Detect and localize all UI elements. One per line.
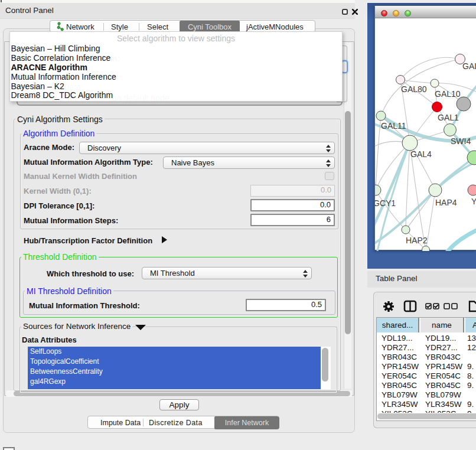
svg-text:GAL4: GAL4 (410, 149, 432, 159)
svg-text:GAL11: GAL11 (381, 121, 406, 131)
svg-text:HAP4: HAP4 (435, 198, 457, 207)
svg-text:HAP2: HAP2 (406, 236, 428, 245)
svg-text:SWI4: SWI4 (451, 136, 471, 146)
svg-text:Y: Y (471, 197, 476, 206)
svg-text:GAL1: GAL1 (438, 113, 459, 122)
svg-text:GCY1: GCY1 (375, 198, 396, 208)
svg-text:GAL10: GAL10 (435, 89, 461, 99)
svg-text:GAL80: GAL80 (401, 84, 427, 94)
svg-text:GAL7: GAL7 (462, 61, 476, 71)
